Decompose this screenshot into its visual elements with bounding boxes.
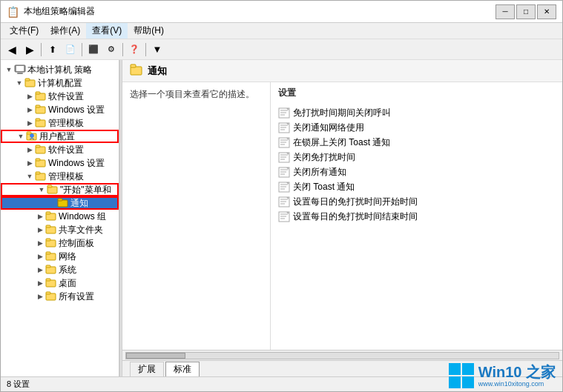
status-bar: 8 设置 Win10 之家 www.win10xitong.com [1, 376, 562, 391]
setting-item-0[interactable]: 免打扰时间期间关闭呼叫 [278, 105, 555, 120]
horizontal-scrollbar[interactable] [122, 350, 562, 360]
windows-settings-toggle[interactable]: ▶ [24, 104, 35, 115]
tree-user-admin[interactable]: ▼ 管理模板 [1, 170, 119, 183]
software-label: 软件设置 [48, 90, 84, 103]
toolbar-separator-4 [145, 43, 146, 56]
network-label: 网络 [59, 250, 76, 263]
toolbar-separator-1 [41, 43, 42, 56]
setting-label-6: 设置每日的免打扰时间开始时间 [293, 196, 418, 208]
desktop-toggle[interactable]: ▶ [35, 278, 45, 288]
setting-item-6[interactable]: 设置每日的免打扰时间开始时间 [278, 194, 555, 209]
control-panel-toggle[interactable]: ▶ [35, 238, 45, 248]
tree-all-settings[interactable]: ▶ 所有设置 [1, 290, 119, 303]
status-text: 8 设置 [7, 379, 30, 390]
svg-rect-38 [131, 67, 142, 75]
setting-item-3[interactable]: 关闭免打扰时间 [278, 150, 555, 165]
tree-network[interactable]: ▶ 网络 [1, 250, 119, 263]
show-hide-button[interactable]: 📄 [62, 41, 79, 58]
start-menu-toggle[interactable]: ▼ [36, 185, 47, 195]
win-pane-br [462, 376, 474, 388]
setting-label-2: 在锁屏上关闭 Toast 通知 [293, 136, 390, 149]
tree-windows-group[interactable]: ▶ Windows 组 [1, 210, 119, 223]
tree-root[interactable]: ▼ 本地计算机 策略 [1, 63, 119, 76]
svg-rect-15 [36, 145, 40, 147]
network-toggle[interactable]: ▶ [35, 251, 45, 262]
tree-software-settings[interactable]: ▶ 软件设置 [1, 90, 119, 103]
forward-button[interactable]: ▶ [22, 41, 38, 58]
tree-user-config[interactable]: ▼ 用户配置 [1, 130, 119, 143]
toolbar-separator-3 [122, 43, 123, 56]
tree-user-software[interactable]: ▶ 软件设置 [1, 143, 119, 156]
tab-standard[interactable]: 标准 [165, 362, 200, 376]
tab-extend-label: 扩展 [138, 363, 156, 376]
svg-rect-31 [46, 252, 50, 254]
tree-root-toggle[interactable]: ▼ [4, 64, 14, 75]
menu-help[interactable]: 帮助(H) [128, 23, 170, 39]
svg-rect-27 [46, 225, 50, 227]
system-toggle[interactable]: ▶ [35, 265, 45, 275]
tree-control-panel[interactable]: ▶ 控制面板 [1, 236, 119, 250]
scroll-thumb[interactable] [126, 353, 185, 359]
tree-system[interactable]: ▶ 系统 [1, 263, 119, 276]
content-panel: 通知 选择一个项目来查看它的描述。 设置 [122, 60, 562, 376]
scroll-track[interactable] [125, 352, 559, 359]
setting-item-4[interactable]: 关闭所有通知 [278, 165, 555, 179]
start-menu-label: "开始"菜单和 [60, 184, 111, 196]
tree-computer-config[interactable]: ▼ 计算机配置 [1, 76, 119, 90]
help-button[interactable]: ❓ [126, 41, 142, 58]
all-settings-toggle[interactable]: ▶ [35, 291, 45, 302]
all-settings-label: 所有设置 [59, 290, 94, 303]
toolbar-separator-2 [82, 43, 82, 56]
close-button[interactable]: ✕ [537, 4, 556, 19]
menu-file[interactable]: 文件(F) [4, 23, 45, 39]
user-config-toggle[interactable]: ▼ [16, 131, 26, 142]
tree-shared-folder[interactable]: ▶ 共享文件夹 [1, 223, 119, 236]
settings-list: 设置 免打扰时间期间关闭呼叫 [271, 82, 562, 350]
filter-button[interactable]: ▼ [149, 41, 165, 58]
content-header-icon [130, 64, 143, 78]
user-admin-toggle[interactable]: ▼ [24, 171, 35, 182]
start-menu-icon [47, 185, 59, 195]
setting-item-7[interactable]: 设置每日的免打扰时间结束时间 [278, 209, 555, 224]
shared-folder-toggle[interactable]: ▶ [35, 225, 45, 235]
user-software-toggle[interactable]: ▶ [24, 144, 35, 155]
tree-desktop[interactable]: ▶ 桌面 [1, 276, 119, 290]
content-description: 选择一个项目来查看它的描述。 [122, 82, 271, 350]
description-text: 选择一个项目来查看它的描述。 [130, 89, 254, 99]
setting-item-5[interactable]: 关闭 Toast 通知 [278, 179, 555, 194]
main-area: ▼ 本地计算机 策略 ▼ [1, 60, 562, 376]
svg-rect-8 [36, 105, 40, 107]
computer-config-icon [24, 78, 36, 88]
up-button[interactable]: ⬆ [45, 41, 61, 58]
computer-config-toggle[interactable]: ▼ [14, 78, 24, 88]
tree-notify[interactable]: 通知 [1, 196, 119, 210]
properties-button[interactable]: ⚙ [103, 41, 119, 58]
app-icon: 📋 [7, 6, 19, 18]
menu-bar: 文件(F) 操作(A) 查看(V) 帮助(H) [1, 23, 562, 39]
tab-extend[interactable]: 扩展 [130, 362, 164, 376]
maximize-button[interactable]: □ [516, 4, 536, 19]
tree-user-windows[interactable]: ▶ Windows 设置 [1, 156, 119, 170]
back-button[interactable]: ◀ [4, 41, 20, 58]
svg-rect-6 [36, 92, 40, 94]
svg-rect-4 [25, 79, 30, 81]
settings-title: 设置 [278, 87, 555, 99]
tree-windows-settings[interactable]: ▶ Windows 设置 [1, 103, 119, 116]
minimize-button[interactable]: ─ [495, 4, 515, 19]
tree-admin-templates[interactable]: ▶ 管理模板 [1, 116, 119, 130]
setting-icon-2 [278, 136, 290, 148]
svg-rect-21 [47, 185, 52, 187]
desktop-label: 桌面 [59, 277, 76, 290]
new-window-button[interactable]: ⬛ [85, 41, 102, 58]
setting-item-1[interactable]: 关闭通知网络使用 [278, 120, 555, 135]
setting-item-2[interactable]: 在锁屏上关闭 Toast 通知 [278, 135, 555, 150]
user-windows-toggle[interactable]: ▶ [24, 158, 35, 168]
tree-start-menu[interactable]: ▼ "开始"菜单和 [1, 183, 119, 196]
software-toggle[interactable]: ▶ [24, 91, 35, 102]
menu-action[interactable]: 操作(A) [45, 23, 86, 39]
menu-view[interactable]: 查看(V) [86, 23, 128, 39]
windows-group-toggle[interactable]: ▶ [35, 211, 45, 222]
desktop-icon [45, 278, 57, 288]
admin-templates-toggle[interactable]: ▶ [24, 118, 35, 128]
setting-icon-5 [278, 181, 290, 193]
